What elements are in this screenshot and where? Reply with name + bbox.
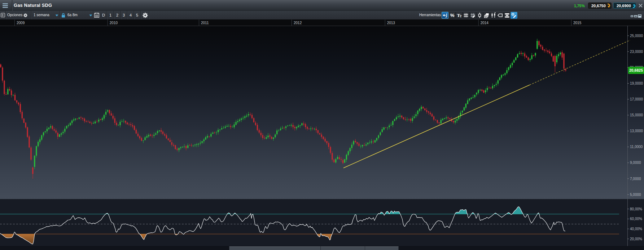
svg-text:80,00%: 80,00% xyxy=(630,207,642,211)
svg-text:25,0000: 25,0000 xyxy=(630,34,643,38)
svg-text:2009: 2009 xyxy=(17,21,25,25)
svg-text:13,0000: 13,0000 xyxy=(630,129,643,133)
svg-text:11,0000: 11,0000 xyxy=(630,145,643,149)
svg-text:2014: 2014 xyxy=(481,21,489,25)
svg-text:20,6825: 20,6825 xyxy=(629,68,643,72)
svg-text:15,0000: 15,0000 xyxy=(630,113,643,117)
svg-text:2012: 2012 xyxy=(294,21,302,25)
svg-text:2011: 2011 xyxy=(201,21,209,25)
svg-text:2010: 2010 xyxy=(110,21,118,25)
svg-text:2013: 2013 xyxy=(387,21,395,25)
svg-text:9,0000: 9,0000 xyxy=(630,161,641,165)
svg-text:20,00%: 20,00% xyxy=(630,237,642,241)
svg-text:23,0000: 23,0000 xyxy=(630,50,643,54)
svg-text:T: T xyxy=(460,14,462,18)
svg-text:17,0000: 17,0000 xyxy=(630,97,643,101)
svg-text:7,0000: 7,0000 xyxy=(630,177,641,181)
svg-text:5,0000: 5,0000 xyxy=(630,193,641,197)
svg-text:40,00%: 40,00% xyxy=(630,227,642,231)
svg-text:2015: 2015 xyxy=(573,21,582,25)
svg-text:%: % xyxy=(450,13,455,18)
svg-text:60,00%: 60,00% xyxy=(630,217,642,221)
svg-text:19,0000: 19,0000 xyxy=(630,81,643,85)
